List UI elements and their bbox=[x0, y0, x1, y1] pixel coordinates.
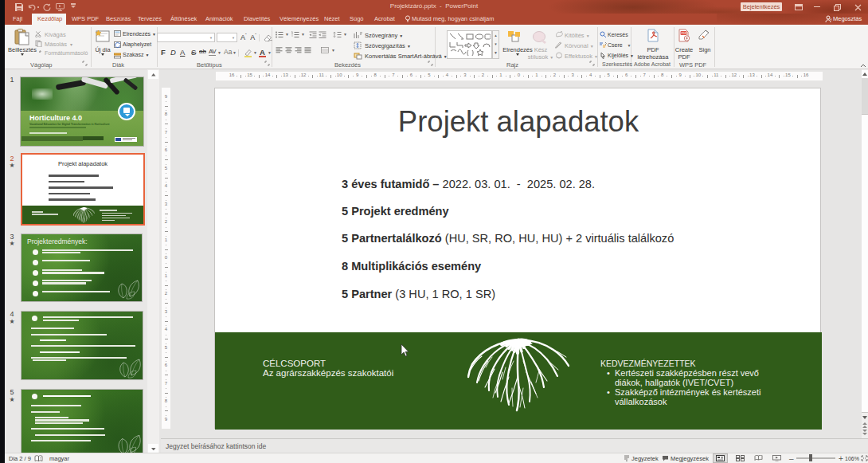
svg-text:PDF: PDF bbox=[682, 32, 687, 35]
